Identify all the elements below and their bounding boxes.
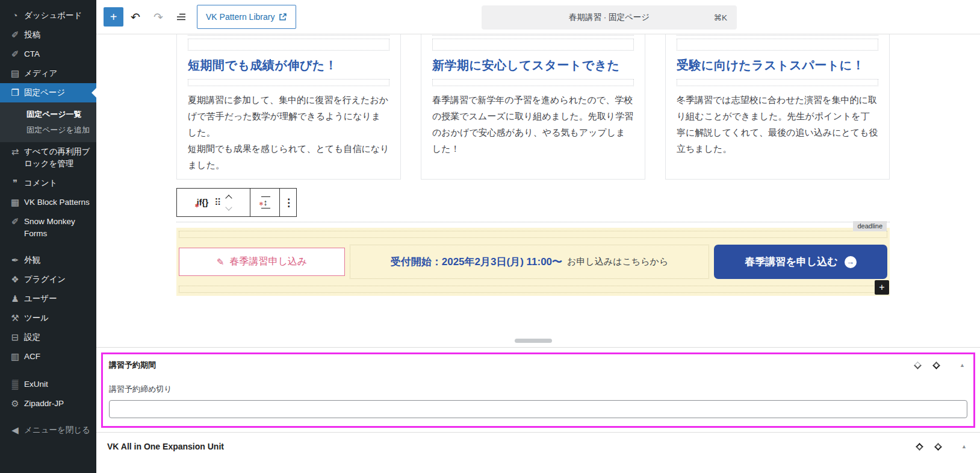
dynamic-if-block-button[interactable]: if{}✻ [197, 192, 208, 213]
metabox-move-up-button[interactable] [916, 443, 923, 451]
block-placeholder[interactable] [188, 79, 389, 86]
sidebar-item-exunit[interactable]: ▒ ExUnit [0, 375, 96, 394]
drag-handle[interactable]: ⠿ [214, 197, 220, 208]
sidebar-item-snow-monkey-forms[interactable]: ✐ Snow Monkey Forms [0, 212, 96, 243]
metabox-toggle-button[interactable]: ▲ [961, 443, 967, 450]
sidebar-item-reusable-blocks[interactable]: ⇄ すべての再利用ブロックを管理 [0, 142, 96, 174]
metabox-drag-handle[interactable] [515, 339, 552, 343]
vk-expansion-unit-metabox: VK All in One Expansion Unit ▲ [96, 433, 980, 451]
sidebar-item-comments[interactable]: ❞ コメント [0, 174, 96, 193]
schedule-note-text: お申し込みはこちらから [567, 256, 668, 268]
testimonial-card[interactable]: 受験に向けたラストスパートに！ 冬季講習では志望校に合わせた演習を集中的に取り組… [665, 34, 890, 180]
metabox-area: 講習予約期間 ▲ 講習予約締め切り VK All in One Expansio… [96, 348, 980, 451]
sidebar-item-posts[interactable]: ✐ 投稿 [0, 25, 96, 45]
editor-main: + ↶ ↷ VK Pattern Library 春期講習 · 固定ページ ⌘K [96, 0, 980, 473]
sidebar-item-label: すべての再利用ブロックを管理 [24, 146, 91, 170]
apply-cta-button[interactable]: 春季講習を申し込む → [714, 245, 887, 279]
command-shortcut: ⌘K [713, 13, 727, 22]
media-icon: ▤ [6, 67, 24, 80]
sidebar-item-vk-block-patterns[interactable]: ▦ VK Block Patterns [0, 193, 96, 212]
application-banner[interactable]: ✎ 春季講習申し込み 受付開始：2025年2月3日(月) 11:00〜 お申し込… [176, 228, 890, 296]
sidebar-item-cta[interactable]: ✐ CTA [0, 45, 96, 64]
submenu-item-pages-list[interactable]: 固定ページ一覧 [24, 107, 96, 122]
block-inserter-button[interactable]: + [104, 7, 123, 27]
block-placeholder[interactable] [677, 79, 878, 86]
sidebar-separator [0, 366, 96, 375]
testimonial-body[interactable]: 春季講習で新学年の予習を進められたので、学校の授業でスムーズに取り組めました。先… [432, 92, 634, 157]
sidebar-item-acf[interactable]: ▥ ACF [0, 347, 96, 366]
sidebar-item-users[interactable]: ♟ ユーザー [0, 289, 96, 309]
pencil-icon: ✎ [217, 257, 225, 268]
testimonial-card[interactable]: 新学期に安心してスタートできた 春季講習で新学年の予習を進められたので、学校の授… [421, 34, 645, 180]
vk-pattern-library-button[interactable]: VK Pattern Library [197, 5, 296, 29]
vk-red-mark-icon: ✻ [259, 199, 264, 209]
block-appender-button[interactable]: + [875, 280, 889, 295]
reservation-period-metabox: 講習予約期間 ▲ 講習予約締め切り [101, 352, 975, 428]
metabox-divider [96, 347, 980, 348]
apply-edit-button[interactable]: ✎ 春季講習申し込み [179, 248, 345, 276]
sidebar-item-media[interactable]: ▤ メディア [0, 64, 96, 83]
table-icon: ▥ [6, 351, 24, 363]
block-placeholder[interactable] [432, 39, 634, 51]
brush-icon: ✒ [6, 254, 24, 266]
testimonial-heading[interactable]: 短期間でも成績が伸びた！ [188, 57, 389, 74]
wordpress-editor-app: ◔ ダッシュボード ✐ 投稿 ✐ CTA ▤ メディア ❐ 固定ページ 固定ペー… [0, 0, 980, 473]
metabox-title: 講習予約期間 [109, 360, 156, 371]
metabox-title: VK All in One Expansion Unit [107, 442, 224, 451]
comment-icon: ❞ [6, 177, 24, 189]
group-block-outline [176, 222, 890, 222]
block-options-button[interactable]: ⋮ [284, 192, 294, 213]
vk-red-mark-icon: ✻ [195, 203, 199, 208]
exunit-icon: ▒ [6, 378, 24, 390]
move-down-button[interactable] [226, 204, 232, 210]
metabox-move-down-button[interactable] [934, 443, 942, 451]
move-up-button[interactable] [226, 195, 232, 201]
sidebar-item-zipaddr-jp[interactable]: ⚙ Zipaddr-JP [0, 394, 96, 413]
testimonial-card[interactable]: 短期間でも成績が伸びた！ 夏期講習に参加して、集中的に復習を行えたおかげで苦手だ… [176, 34, 401, 180]
block-placeholder[interactable] [179, 231, 887, 238]
submenu-item-add-page[interactable]: 固定ページを追加 [24, 122, 96, 138]
editor-canvas: 短期間でも成績が伸びた！ 夏期講習に参加して、集中的に復習を行えたおかげで苦手だ… [96, 34, 980, 348]
metabox-resize-zone [176, 296, 890, 343]
block-placeholder[interactable] [432, 34, 634, 36]
metabox-toggle-button[interactable]: ▲ [960, 362, 965, 368]
testimonial-body[interactable]: 冬季講習では志望校に合わせた演習を集中的に取り組むことができました。先生がポイン… [677, 92, 878, 157]
block-placeholder[interactable] [432, 79, 634, 86]
block-placeholder[interactable] [179, 286, 887, 293]
testimonial-heading[interactable]: 受験に向けたラストスパートに！ [677, 57, 878, 74]
sidebar-item-plugins[interactable]: ❖ プラグイン [0, 270, 96, 289]
redo-button[interactable]: ↷ [147, 6, 169, 28]
pushpin-icon: ✐ [6, 216, 24, 228]
block-placeholder[interactable] [188, 39, 389, 51]
gear-icon: ⚙ [6, 398, 24, 410]
block-name-badge: deadline [853, 221, 887, 231]
block-placeholder[interactable] [188, 34, 389, 36]
testimonial-body[interactable]: 夏期講習に参加して、集中的に復習を行えたおかげで苦手だった数学が理解できるように… [188, 92, 389, 173]
sidebar-item-appearance[interactable]: ✒ 外観 [0, 251, 96, 270]
sidebar-collapse-menu[interactable]: ◀ メニューを閉じる [0, 421, 96, 440]
sidebar-item-dashboard[interactable]: ◔ ダッシュボード [0, 6, 96, 25]
admin-sidebar: ◔ ダッシュボード ✐ 投稿 ✐ CTA ▤ メディア ❐ 固定ページ 固定ペー… [0, 0, 96, 473]
collapse-arrow-icon: ◀ [6, 424, 24, 436]
schedule-text-block[interactable]: 受付開始：2025年2月3日(月) 11:00〜 お申し込みはこちらから [350, 245, 709, 279]
document-switcher[interactable]: 春期講習 · 固定ページ ⌘K [482, 5, 737, 30]
block-placeholder[interactable] [677, 34, 878, 36]
block-placeholder[interactable] [677, 39, 878, 51]
sidebar-item-settings[interactable]: ⊟ 設定 [0, 328, 96, 347]
wrench-icon: ⚒ [6, 312, 24, 324]
metabox-move-up-button[interactable] [914, 362, 922, 369]
sidebar-item-tools[interactable]: ⚒ ツール [0, 309, 96, 328]
responsive-spacer-button[interactable]: ↕✻ [261, 192, 270, 213]
testimonial-heading[interactable]: 新学期に安心してスタートできた [432, 57, 634, 74]
list-view-button[interactable] [170, 6, 192, 28]
undo-button[interactable]: ↶ [125, 6, 146, 28]
sidebar-item-pages[interactable]: ❐ 固定ページ [0, 83, 96, 102]
sliders-icon: ⊟ [6, 331, 24, 343]
deadline-input[interactable] [109, 400, 967, 418]
metabox-move-down-button[interactable] [932, 362, 940, 369]
sidebar-item-label: ユーザー [24, 293, 57, 305]
deadline-block-wrap: deadline ✎ 春季講習申し込み 受付開始：2025年2月3日(月) 11… [176, 228, 890, 296]
pushpin-icon: ✐ [6, 48, 24, 60]
sidebar-item-label: プラグイン [24, 274, 66, 286]
sidebar-item-label: 投稿 [24, 29, 40, 41]
